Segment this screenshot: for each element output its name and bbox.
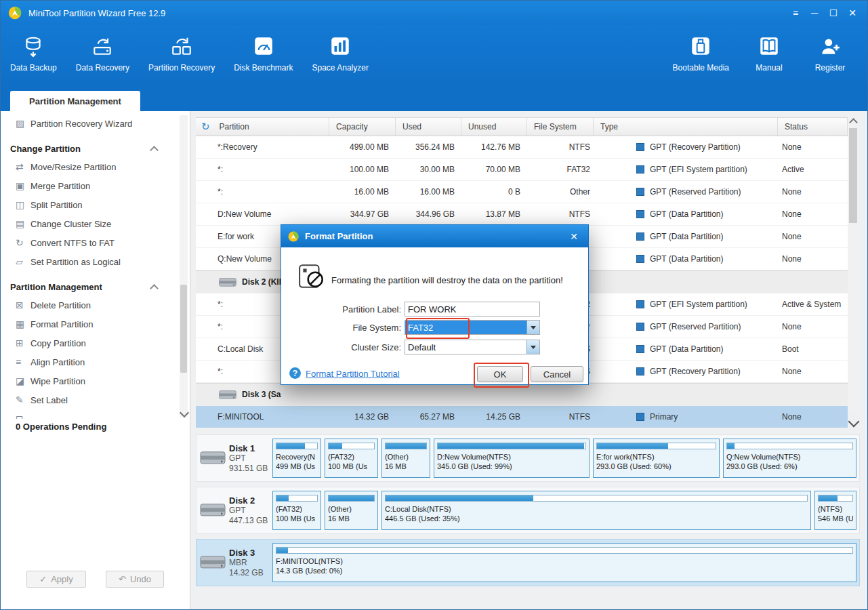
disk-map-row-disk-1[interactable]: Disk 1GPT931.51 GBRecovery(N499 MB (Us(F… xyxy=(196,434,860,482)
apply-button[interactable]: ✓ Apply xyxy=(26,571,86,588)
dialog-titlebar[interactable]: Format Partition ✕ xyxy=(281,225,588,247)
cell-unused: 142.76 MB xyxy=(461,136,527,158)
partition-block-other[interactable]: (Other)16 MB xyxy=(325,491,378,530)
cancel-button[interactable]: Cancel xyxy=(531,366,583,382)
apply-button-label: Apply xyxy=(51,574,73,584)
column-header-unused[interactable]: Unused xyxy=(461,118,527,136)
undo-button[interactable]: ↶ Undo xyxy=(106,571,164,588)
file-system-value: FAT32 xyxy=(405,321,526,334)
sidebar-section-change-partition[interactable]: Change Partition xyxy=(1,140,178,157)
sidebar-item-partition-recovery-wizard[interactable]: ▨Partition Recovery Wizard xyxy=(1,114,178,133)
sidebar-item-set-partition-as-logical[interactable]: ▱Set Partition as Logical xyxy=(1,252,178,271)
toolbar-item-space-analyzer[interactable]: Space Analyzer xyxy=(303,25,378,73)
bootable-media-icon xyxy=(689,35,712,58)
sidebar-item-label: Convert NTFS to FAT xyxy=(30,238,115,248)
sidebar-item-merge-partition[interactable]: ▣Merge Partition xyxy=(1,176,178,195)
chevron-up-icon xyxy=(150,284,159,293)
table-row[interactable]: *:100.00 MB30.00 MB70.00 MBFAT32GPT (EFI… xyxy=(196,159,848,181)
partition-label-label: Partition Label: xyxy=(281,304,405,314)
cell-status: None xyxy=(778,203,848,225)
table-row[interactable]: D:New Volume344.97 GB344.96 GB13.87 MBNT… xyxy=(196,203,848,226)
toolbar-item-data-recovery[interactable]: Data Recovery xyxy=(66,25,139,73)
sidebar-item-delete-partition[interactable]: ⊠Delete Partition xyxy=(1,296,178,314)
sidebar-item-set-label[interactable]: ✎Set Label xyxy=(1,390,178,409)
toolbar-item-manual[interactable]: Manual xyxy=(739,25,800,73)
disk-info-text: Disk 2GPT447.13 GB xyxy=(229,495,268,526)
scroll-up-icon[interactable] xyxy=(849,118,858,127)
sidebar-scroll-down-icon[interactable] xyxy=(180,408,189,418)
tab-partition-management[interactable]: Partition Management xyxy=(10,91,140,111)
partition-block-ntfs[interactable]: (NTFS)546 MB (Us xyxy=(814,491,856,530)
disk-info: Disk 1GPT931.51 GB xyxy=(197,443,272,474)
cell-capacity: 100.00 MB xyxy=(329,159,396,180)
chevron-down-icon[interactable] xyxy=(526,321,539,334)
disk-map-row-disk-3[interactable]: Disk 3MBR14.32 GBF:MINITOOL(NTFS)14.3 GB… xyxy=(196,539,860,586)
table-scrollbar[interactable] xyxy=(848,117,859,414)
toolbar-item-disk-benchmark[interactable]: Disk Benchmark xyxy=(224,25,302,73)
partition-block-e-for-work-ntfs[interactable]: E:for work(NTFS)293.0 GB (Used: 60%) xyxy=(593,439,720,478)
cluster-size-select[interactable]: Default xyxy=(405,340,540,354)
ok-button[interactable]: OK xyxy=(477,366,523,382)
disk-group-label: Disk 3 (Sa xyxy=(242,390,281,399)
column-header-file-system[interactable]: File System xyxy=(527,118,594,136)
sidebar-item-copy-partition[interactable]: ⊞Copy Partition xyxy=(1,333,178,352)
sidebar-item-wipe-partition[interactable]: ◪Wipe Partition xyxy=(1,371,178,390)
chevron-down-icon[interactable] xyxy=(526,340,539,354)
table-row[interactable]: *:16.00 MB16.00 MB0 BOtherGPT (Reserved … xyxy=(196,181,848,203)
table-scrollbar-thumb[interactable] xyxy=(849,128,857,223)
partition-block-q-new-volume-ntfs[interactable]: Q:New Volume(NTFS)293.0 GB (Used: 6%) xyxy=(723,439,856,478)
file-system-select[interactable]: FAT32 xyxy=(405,320,540,335)
cell-type: GPT (Data Partition) xyxy=(594,248,778,270)
cell-status: None xyxy=(778,248,848,270)
sidebar-item-align-partition[interactable]: ≡Align Partition xyxy=(1,352,178,371)
usage-fill xyxy=(276,495,289,501)
format-tutorial-link[interactable]: Format Partition Tutorial xyxy=(306,369,400,379)
toolbar-item-partition-recovery[interactable]: Partition Recovery xyxy=(139,25,224,73)
toolbar-item-data-backup[interactable]: Data Backup xyxy=(1,25,66,73)
block-label-line1: (Other) xyxy=(385,452,427,462)
table-row[interactable]: *:Recovery499.00 MB356.24 MB142.76 MBNTF… xyxy=(196,136,848,159)
column-header-capacity[interactable]: Capacity xyxy=(329,118,396,136)
sidebar-item-change-cluster-size[interactable]: ▤Change Cluster Size xyxy=(1,214,178,233)
toolbar-item-bootable-media[interactable]: Bootable Media xyxy=(663,25,739,73)
partition-block-fat32[interactable]: (FAT32)100 MB (Us xyxy=(272,491,321,530)
partition-block-c-local-disk-ntfs[interactable]: C:Local Disk(NTFS)446.5 GB (Used: 35%) xyxy=(381,491,811,530)
refresh-icon[interactable]: ↻ xyxy=(201,121,210,133)
sidebar-item-clipped[interactable]: ⊟ xyxy=(1,409,178,419)
merge-partition-icon: ▣ xyxy=(16,180,30,191)
type-label: GPT (EFI System partition) xyxy=(650,165,747,174)
sidebar-item-move-resize-partition[interactable]: ⇄Move/Resize Partition xyxy=(1,157,178,176)
partition-block-f-minitool-ntfs[interactable]: F:MINITOOL(NTFS)14.3 GB (Used: 0%) xyxy=(272,543,856,582)
cell-file-system: NTFS xyxy=(527,406,594,428)
table-scroll-down-icon[interactable] xyxy=(848,416,860,428)
table-row[interactable]: F:MINITOOL14.32 GB65.27 MB14.25 GBNTFSPr… xyxy=(196,406,848,428)
column-header-status[interactable]: Status xyxy=(778,118,848,136)
disk-group-row[interactable]: Disk 3 (Sa xyxy=(196,383,848,406)
dialog-close-icon[interactable]: ✕ xyxy=(566,231,581,242)
partition-block-recovery-n[interactable]: Recovery(N499 MB (Us xyxy=(272,439,321,478)
cell-used: 344.96 GB xyxy=(396,203,461,225)
block-label-line2: 345.0 GB (Used: 99%) xyxy=(437,462,586,471)
column-header-partition[interactable]: ↻Partition xyxy=(196,118,329,136)
sidebar-item-split-partition[interactable]: ◫Split Partition xyxy=(1,195,178,214)
cell-file-system: NTFS xyxy=(527,203,594,225)
help-icon[interactable]: ? xyxy=(289,367,301,379)
column-header-used[interactable]: Used xyxy=(396,118,461,136)
partition-block-d-new-volume-ntfs[interactable]: D:New Volume(NTFS)345.0 GB (Used: 99%) xyxy=(434,439,590,478)
minimize-button[interactable]: ─ xyxy=(805,4,824,22)
maximize-button[interactable]: ☐ xyxy=(824,4,843,22)
partition-block-fat32[interactable]: (FAT32)100 MB (Us xyxy=(325,439,378,478)
disk-map-row-disk-2[interactable]: Disk 2GPT447.13 GB(FAT32)100 MB (Us(Othe… xyxy=(196,487,860,534)
sidebar-scrollbar-thumb[interactable] xyxy=(180,285,187,373)
partition-block-other[interactable]: (Other)16 MB xyxy=(381,439,430,478)
sidebar-item-format-partition[interactable]: ▦Format Partition xyxy=(1,314,178,333)
sidebar-section-partition-management[interactable]: Partition Management xyxy=(1,278,178,296)
sidebar-scrollbar[interactable] xyxy=(180,115,188,418)
menu-icon[interactable]: ≡ xyxy=(786,4,805,22)
cell-file-system: FAT32 xyxy=(527,159,594,180)
column-header-type[interactable]: Type xyxy=(594,118,778,136)
sidebar-item-convert-ntfs-to-fat[interactable]: ↻Convert NTFS to FAT xyxy=(1,233,178,252)
partition-label-input[interactable] xyxy=(405,302,540,317)
close-button[interactable]: ✕ xyxy=(843,4,862,22)
toolbar-item-register[interactable]: Register xyxy=(800,25,861,73)
